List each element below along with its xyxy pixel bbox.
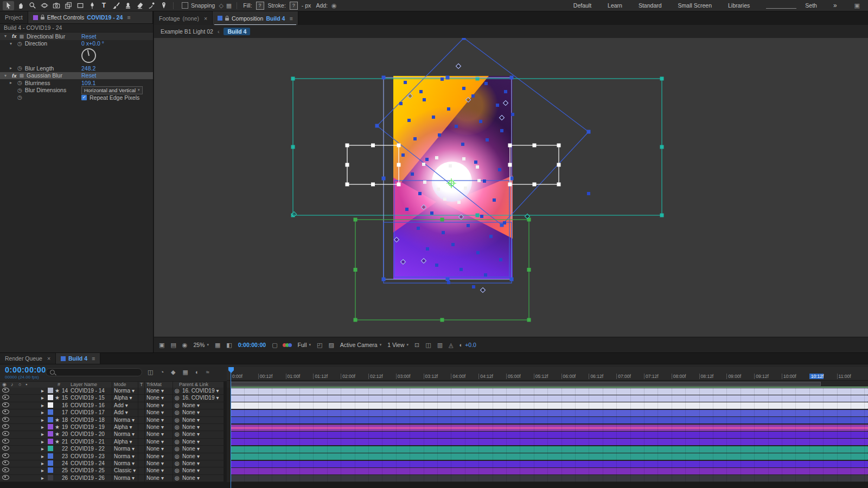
mode-dropdown[interactable]: Norma▾ [114,417,130,424]
visibility-toggle[interactable] [2,388,9,393]
selection-handle[interactable] [346,144,349,147]
selection-handle[interactable] [441,318,444,322]
selection-handle[interactable] [557,183,561,187]
keyframe-marker[interactable] [422,259,426,264]
monitor-icon[interactable]: ▤ [170,342,176,349]
layer-name[interactable]: COVID19 - 26 [71,475,105,482]
layer-row-25[interactable]: ▸25COVID19 - 25Classic▾None▾◎None▾ [0,467,227,474]
anchor-point-handle[interactable] [451,243,455,246]
resolution-dropdown[interactable]: Full▾ [298,342,311,348]
visibility-toggle[interactable] [2,460,9,465]
keyframe-marker[interactable] [401,260,406,265]
always-preview-icon[interactable]: ▣ [159,342,164,349]
twirl-icon[interactable]: ▸ [41,475,44,482]
repeat-edge-pixels-checkbox[interactable]: ✓ [81,95,87,100]
property-blur-dimensions[interactable]: ▸ ◷ Blur Dimensions Horizontal and Verti… [0,87,153,94]
selection-handle[interactable] [462,38,466,40]
reset-link[interactable]: Reset [81,72,96,79]
selection-handle[interactable] [508,183,512,187]
layer-row-15[interactable]: ▸★15COVID19 - 15Alpha▾None▾◎16. COVID19▾ [0,395,227,402]
mode-dropdown[interactable]: Add▾ [114,402,124,409]
visibility-toggle[interactable] [2,395,9,400]
parent-dropdown[interactable]: None▾ [182,439,195,446]
layer-row-14[interactable]: ▸★14COVID19 - 14Norma▾None▾◎16. COVID19▾ [0,388,227,395]
layer-duration-bar-19[interactable] [231,425,868,431]
pickwhip-icon[interactable]: ◎ [175,460,180,467]
selection-handle[interactable] [375,124,379,128]
selection-handle[interactable] [382,76,386,80]
selection-handle[interactable] [382,177,386,181]
reset-link[interactable]: Reset [81,33,96,40]
close-icon[interactable]: × [47,355,50,362]
mask-visibility-icon[interactable]: ◧ [226,342,232,349]
anchor-point-handle[interactable] [464,187,467,190]
window-panel-icon[interactable]: ▣ [854,2,860,9]
parent-dropdown[interactable]: None▾ [182,446,195,453]
layer-row-22[interactable]: ▸22COVID19 - 22Norma▾None▾◎None▾ [0,446,227,453]
t-column-header[interactable]: T [140,382,143,388]
property-repeat-edge-pixels[interactable]: ▸ ◷ ✓ Repeat Edge Pixels [0,94,153,101]
stopwatch-icon[interactable]: ◷ [17,41,22,47]
hide-shy-icon[interactable]: ◆ [171,369,175,376]
anchor-point-handle[interactable] [587,192,590,195]
trkmat-dropdown[interactable]: None▾ [146,453,159,460]
selection-handle[interactable] [397,163,401,167]
layer-color-chip[interactable] [48,467,53,473]
green-layer-outline[interactable] [355,220,529,320]
layer-color-chip[interactable] [48,446,53,451]
selection-handle[interactable] [354,218,358,222]
anchor-point-handle[interactable] [479,120,482,123]
anchor-point-handle[interactable] [500,129,503,132]
exposure-control[interactable]: ◐ +0.0 [459,342,476,348]
layer-name[interactable]: COVID19 - 25 [71,467,105,474]
layer-row-26[interactable]: ▸26COVID19 - 26Norma▾None▾◎None▾ [0,475,227,482]
keyframe-marker[interactable] [481,288,486,293]
anchor-point-handle[interactable] [484,273,487,277]
layer-color-chip[interactable] [48,431,53,436]
layer-duration-bar-24[interactable] [231,461,868,467]
property-value[interactable]: 248.2 [81,65,95,72]
layer-row-16[interactable]: ▸16COVID19 - 16Add▾None▾◎None▾ [0,402,227,409]
workspace-libraries[interactable]: Libraries [728,2,750,9]
parent-dropdown[interactable]: None▾ [182,453,195,460]
selection-handle[interactable] [508,163,512,167]
anchor-point-handle[interactable] [401,153,405,157]
visibility-toggle[interactable] [2,446,9,451]
anchor-point-handle[interactable] [455,125,458,128]
anchor-point-handle[interactable] [419,90,423,93]
twirl-icon[interactable]: ▾ [4,73,9,78]
anchor-point-handle[interactable] [496,104,499,107]
mode-column-header[interactable]: Mode [114,382,126,388]
trkmat-dropdown[interactable]: None▾ [146,467,159,474]
layer-duration-bar-18[interactable] [231,417,868,423]
tab-project[interactable]: Project [0,11,28,23]
anchor-point-handle[interactable] [493,198,496,202]
layer-name-column-header[interactable]: Layer Name [71,382,97,388]
hand-tool-icon[interactable] [15,1,26,10]
selection-handle[interactable] [291,145,295,149]
clone-stamp-tool-icon[interactable] [122,1,133,10]
anchor-point-handle[interactable] [489,235,493,238]
twirl-icon[interactable]: ▾ [4,34,9,38]
twirl-icon[interactable]: ▸ [41,409,44,416]
pan-behind-tool-icon[interactable] [62,1,74,10]
anchor-point-handle[interactable] [462,157,465,160]
twirl-icon[interactable]: ▸ [41,446,44,453]
anchor-point-handle[interactable] [472,285,475,288]
layer-name[interactable]: COVID19 - 24 [71,460,105,467]
trkmat-dropdown[interactable]: None▾ [146,395,159,402]
anchor-point-handle[interactable] [449,164,452,168]
pickwhip-icon[interactable]: ◎ [175,395,180,402]
twirl-icon[interactable]: ▸ [41,439,44,446]
parent-dropdown[interactable]: None▾ [182,424,195,431]
selection-handle[interactable] [441,218,444,222]
layer-duration-bar-15[interactable] [231,395,868,402]
layer-row-18[interactable]: ▸★18COVID19 - 18Norma▾None▾◎None▾ [0,417,227,424]
puppet-pin-tool-icon[interactable] [158,1,169,10]
direction-dial[interactable] [81,48,96,63]
current-time-display[interactable]: 0:00:00:00 [5,365,46,374]
twirl-icon[interactable]: ▸ [41,431,44,438]
anchor-point-handle[interactable] [438,133,441,137]
mode-dropdown[interactable]: Norma▾ [114,446,130,453]
anchor-point-handle[interactable] [486,138,489,142]
